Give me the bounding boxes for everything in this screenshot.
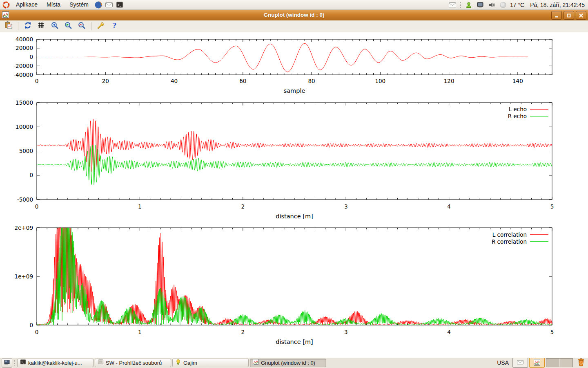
toolbar-copy-button[interactable] xyxy=(3,21,14,31)
svg-text:R correlation: R correlation xyxy=(492,238,527,245)
window-titlebar[interactable]: Gnuplot (window id : 0) xyxy=(0,10,588,21)
svg-text:4: 4 xyxy=(447,203,451,210)
file-manager-icon xyxy=(98,359,104,366)
tray-mail-button[interactable] xyxy=(512,358,528,368)
toolbar-separator xyxy=(91,22,91,30)
user-switcher-icon[interactable] xyxy=(464,0,473,9)
toolbar-zoom-next-button[interactable] xyxy=(63,21,74,31)
bottom-taskbar: kaklik@kaklik-kolej-u... SW - Prohlížeč … xyxy=(0,357,588,368)
svg-text:40: 40 xyxy=(171,78,178,84)
toolbar-grid-button[interactable] xyxy=(36,21,47,31)
svg-text:40000: 40000 xyxy=(16,36,33,43)
help-icon: ? xyxy=(110,21,118,31)
display-settings-icon[interactable] xyxy=(476,0,485,9)
volume-icon[interactable] xyxy=(487,0,496,9)
svg-text:4: 4 xyxy=(447,329,451,335)
tasklist-drag-handle[interactable] xyxy=(14,359,16,366)
workspace-1[interactable] xyxy=(546,359,559,367)
terminal-launcher-icon[interactable] xyxy=(115,0,124,9)
svg-text:-5000: -5000 xyxy=(17,196,33,203)
firefox-launcher-icon[interactable] xyxy=(94,0,103,9)
menu-applications[interactable]: Aplikace xyxy=(12,0,41,9)
gnuplot-toolbar: ? xyxy=(0,20,588,32)
svg-text:R echo: R echo xyxy=(508,113,527,119)
trash-applet-button[interactable] xyxy=(576,358,586,368)
mail-launcher-icon[interactable] xyxy=(105,0,114,9)
toolbar-replot-button[interactable] xyxy=(22,21,33,31)
show-desktop-button[interactable] xyxy=(2,358,12,368)
task-button-terminal[interactable]: kaklik@kaklik-kolej-u... xyxy=(17,359,94,367)
task-button-gnuplot[interactable]: Gnuplot (window id : 0) xyxy=(250,359,326,367)
svg-text:L echo: L echo xyxy=(509,106,527,112)
svg-text:10000: 10000 xyxy=(16,123,33,130)
copy-to-clipboard-icon xyxy=(4,21,13,31)
menu-places[interactable]: Místa xyxy=(43,0,64,9)
top-panel: Aplikace Místa Systém xyxy=(0,0,588,10)
svg-text:1e+09: 1e+09 xyxy=(15,273,33,280)
applet-drag-handle[interactable] xyxy=(460,2,461,8)
svg-text:0: 0 xyxy=(29,172,33,178)
mail-tray-icon xyxy=(517,359,524,366)
close-button[interactable] xyxy=(576,11,586,20)
toolbar-help-button[interactable]: ? xyxy=(109,21,120,31)
maximize-button[interactable] xyxy=(564,11,574,20)
panel-right: 17 °C Pá, 18. září, 21:42:45 xyxy=(448,0,588,9)
svg-text:60: 60 xyxy=(239,78,246,84)
keyboard-layout-indicator[interactable]: USA xyxy=(494,359,511,366)
svg-text:15000: 15000 xyxy=(16,99,33,106)
svg-text:120: 120 xyxy=(444,78,454,84)
svg-text:sample: sample xyxy=(284,88,305,94)
svg-text:1: 1 xyxy=(138,329,142,335)
toolbar-autoscale-button[interactable] xyxy=(76,21,87,31)
svg-text:distance [m]: distance [m] xyxy=(276,213,313,220)
autoscale-icon xyxy=(78,21,86,31)
svg-text:0: 0 xyxy=(35,78,39,84)
refresh-icon xyxy=(24,21,32,31)
svg-text:20000: 20000 xyxy=(16,45,33,51)
gnuplot-canvas[interactable]: 020406080100120140-40000-200000200004000… xyxy=(0,33,588,357)
svg-text:5000: 5000 xyxy=(19,148,33,154)
task-label: Gajim xyxy=(183,360,197,366)
svg-text:2: 2 xyxy=(241,203,245,210)
chart-correlation: 01234501e+092e+09distance [m]L correlati… xyxy=(15,224,554,346)
temperature-label: 17 °C xyxy=(510,2,524,8)
workspace-2[interactable] xyxy=(559,359,573,367)
mail-notification-icon[interactable] xyxy=(448,0,457,9)
minimize-button[interactable] xyxy=(551,11,562,20)
terminal-icon xyxy=(20,359,26,366)
chart-echo: 012345-5000050001000015000distance [m]L … xyxy=(16,99,554,220)
svg-text:0: 0 xyxy=(35,329,39,335)
tray-gnuplot-button[interactable] xyxy=(529,358,545,368)
gnuplot-tray-icon xyxy=(534,359,540,367)
toolbar-configure-button[interactable] xyxy=(96,21,106,31)
workspace-switcher xyxy=(546,358,573,367)
svg-text:100: 100 xyxy=(375,78,385,84)
wrench-icon xyxy=(97,21,105,31)
toolbar-zoom-previous-button[interactable] xyxy=(49,21,60,31)
svg-text:0: 0 xyxy=(29,322,33,328)
svg-text:distance [m]: distance [m] xyxy=(276,339,313,345)
svg-text:5: 5 xyxy=(550,203,554,210)
window-controls xyxy=(551,11,586,20)
gajim-icon xyxy=(175,359,181,366)
charts-svg: 020406080100120140-40000-200000200004000… xyxy=(0,33,588,357)
svg-text:1: 1 xyxy=(138,203,142,210)
task-label: kaklik@kaklik-kolej-u... xyxy=(28,360,82,366)
zoom-previous-icon xyxy=(51,21,59,31)
svg-text:20: 20 xyxy=(102,78,109,84)
grid-icon xyxy=(37,21,45,31)
clock-label[interactable]: Pá, 18. září, 21:42:45 xyxy=(530,2,585,8)
window-title: Gnuplot (window id : 0) xyxy=(0,10,588,20)
task-button-gajim[interactable]: Gajim xyxy=(172,359,249,367)
task-button-file-manager[interactable]: SW - Prohlížeč souborů xyxy=(95,359,171,367)
zoom-next-icon xyxy=(64,21,72,31)
svg-text:L correlation: L correlation xyxy=(492,231,527,238)
ubuntu-menu-logo-icon[interactable] xyxy=(2,0,11,9)
menu-system[interactable]: Systém xyxy=(66,0,92,9)
gnuplot-icon xyxy=(253,359,259,366)
toolbar-separator xyxy=(18,22,18,30)
svg-text:2: 2 xyxy=(241,329,245,335)
svg-text:?: ? xyxy=(112,21,116,29)
weather-icon[interactable] xyxy=(499,0,508,9)
svg-text:0: 0 xyxy=(29,54,33,60)
